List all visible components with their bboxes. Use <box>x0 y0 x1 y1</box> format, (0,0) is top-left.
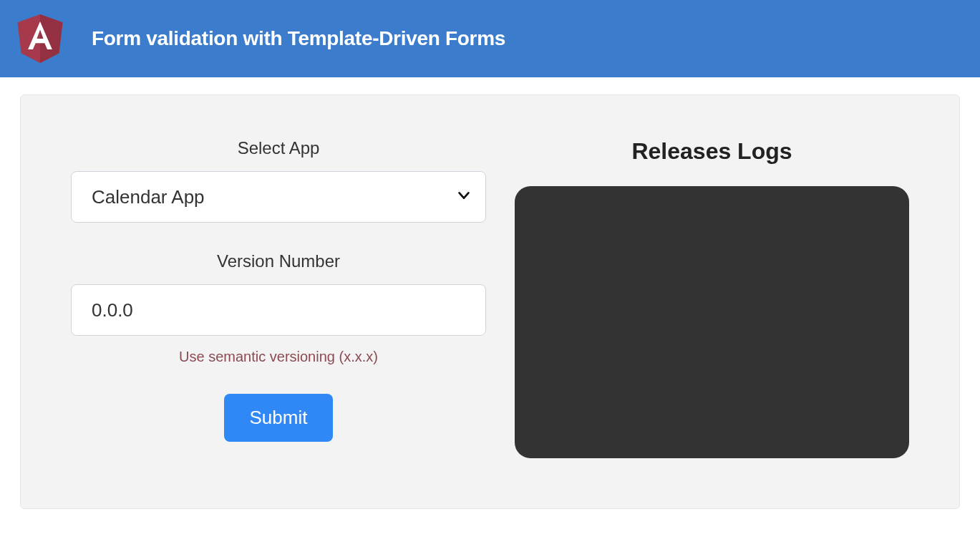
form-column: Select App Calendar App Version Number U… <box>71 138 486 458</box>
version-number-label: Version Number <box>217 251 340 271</box>
releases-logs-panel <box>515 186 909 458</box>
submit-button[interactable]: Submit <box>224 394 334 442</box>
logs-column: Releases Logs <box>515 138 909 458</box>
select-app-dropdown[interactable]: Calendar App <box>71 171 486 223</box>
select-app-wrap: Calendar App <box>71 171 486 223</box>
main-card: Select App Calendar App Version Number U… <box>20 95 960 509</box>
select-app-label: Select App <box>238 138 320 158</box>
page-title: Form validation with Template-Driven For… <box>92 27 505 50</box>
version-number-input[interactable] <box>71 284 486 336</box>
releases-logs-title: Releases Logs <box>631 138 792 165</box>
version-helper-text: Use semantic versioning (x.x.x) <box>179 349 378 365</box>
app-header: Form validation with Template-Driven For… <box>0 0 980 77</box>
angular-logo-icon <box>17 14 63 63</box>
